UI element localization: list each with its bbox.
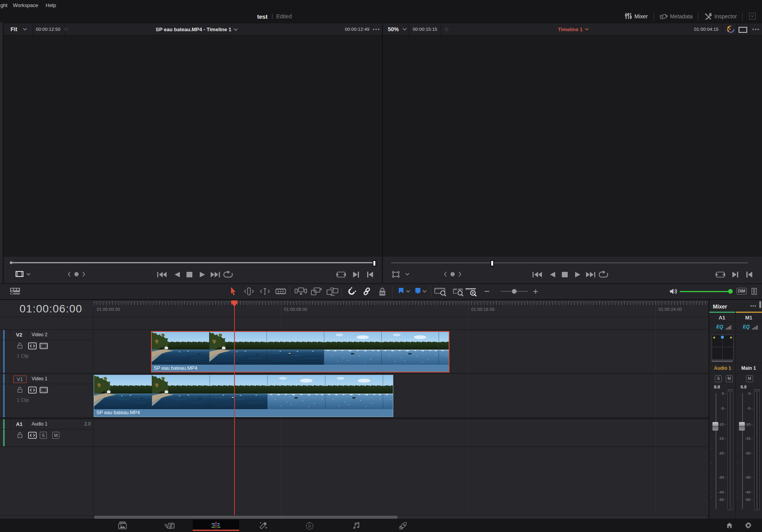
svg-text:-5 -: -5 -	[747, 406, 753, 410]
svg-text:-: -	[711, 481, 712, 484]
svg-text:-50 -: -50 -	[745, 497, 753, 502]
svg-text:-10 -: -10 -	[745, 422, 753, 426]
svg-text:-: -	[737, 446, 739, 450]
svg-text:-: -	[737, 472, 739, 476]
svg-text:-5 -: -5 -	[721, 406, 726, 410]
svg-text:-: -	[737, 495, 739, 498]
svg-text:-50 -: -50 -	[718, 497, 726, 502]
svg-text:-: -	[737, 481, 739, 484]
svg-text:-20 -: -20 -	[745, 451, 753, 455]
svg-text:-: -	[711, 446, 712, 450]
svg-text:-15 -: -15 -	[745, 436, 753, 440]
svg-text:-15 -: -15 -	[718, 436, 726, 440]
svg-text:-: -	[711, 472, 712, 476]
svg-text:0 -: 0 -	[748, 391, 753, 395]
svg-text:-: -	[711, 461, 712, 465]
svg-text:0 -: 0 -	[722, 391, 726, 395]
svg-text:-20 -: -20 -	[718, 451, 726, 455]
svg-text:-: -	[711, 495, 712, 498]
svg-text:-: -	[711, 489, 712, 493]
svg-text:-30 -: -30 -	[718, 475, 726, 479]
svg-text:-40 -: -40 -	[745, 490, 753, 494]
svg-text:-: -	[737, 461, 739, 465]
svg-text:-: -	[737, 489, 739, 493]
svg-text:-40 -: -40 -	[718, 490, 726, 494]
svg-text:-10 -: -10 -	[718, 422, 726, 426]
svg-text:-30 -: -30 -	[745, 475, 753, 479]
